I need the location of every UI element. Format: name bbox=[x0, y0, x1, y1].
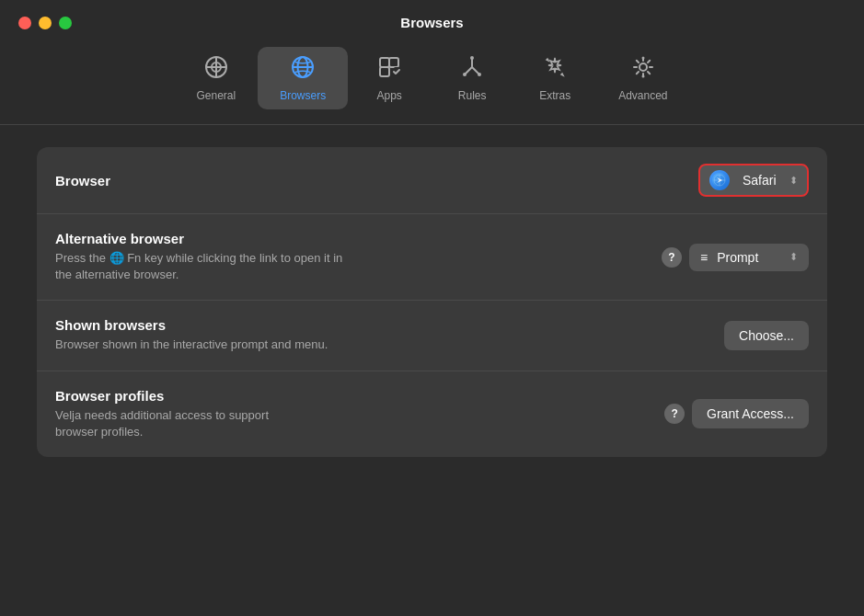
shown-browsers-title: Shown browsers bbox=[55, 317, 724, 333]
tab-general[interactable]: General bbox=[174, 47, 258, 109]
profiles-help-icon: ? bbox=[671, 407, 677, 420]
svg-point-20 bbox=[641, 57, 644, 60]
tab-rules-label: Rules bbox=[458, 89, 487, 102]
browser-setting-title: Browser bbox=[55, 173, 698, 188]
tab-browsers[interactable]: Browsers bbox=[258, 47, 348, 109]
browser-stepper-icon: ⬍ bbox=[789, 175, 798, 187]
list-icon: ≡ bbox=[700, 250, 708, 265]
browser-profiles-help-button[interactable]: ? bbox=[664, 404, 685, 424]
help-icon: ? bbox=[668, 251, 674, 264]
maximize-button[interactable] bbox=[59, 17, 72, 29]
shown-browsers-desc: Browser shown in the interactive prompt … bbox=[55, 337, 515, 353]
window-title: Browsers bbox=[400, 15, 463, 30]
browser-profiles-desc: Velja needs additional access to support… bbox=[55, 407, 515, 440]
browser-control: Safari ⬍ bbox=[698, 164, 809, 197]
svg-rect-12 bbox=[380, 67, 389, 76]
alt-browser-dropdown[interactable]: ≡ Prompt ⬍ bbox=[689, 244, 809, 271]
tab-advanced-label: Advanced bbox=[618, 89, 667, 102]
advanced-icon bbox=[630, 54, 656, 84]
tab-browsers-label: Browsers bbox=[280, 89, 326, 102]
content-area: Browser bbox=[0, 125, 864, 479]
svg-point-19 bbox=[639, 63, 647, 71]
alt-browser-control: ? ≡ Prompt ⬍ bbox=[662, 244, 809, 271]
alt-browser-stepper-icon: ⬍ bbox=[789, 251, 798, 263]
close-button[interactable] bbox=[18, 17, 31, 29]
browser-setting-label-group: Browser bbox=[55, 173, 698, 188]
svg-point-16 bbox=[470, 56, 474, 60]
svg-point-18 bbox=[478, 73, 481, 76]
apps-icon bbox=[376, 54, 402, 84]
svg-point-17 bbox=[463, 73, 467, 76]
tab-general-label: General bbox=[196, 89, 236, 102]
settings-panel: Browser bbox=[37, 147, 827, 457]
tab-apps[interactable]: Apps bbox=[348, 47, 431, 109]
svg-rect-8 bbox=[380, 58, 389, 67]
shown-browsers-label-group: Shown browsers Browser shown in the inte… bbox=[55, 317, 724, 353]
browser-profiles-control: ? Grant Access... bbox=[664, 399, 809, 428]
minimize-button[interactable] bbox=[39, 17, 52, 29]
browser-dropdown[interactable]: Safari ⬍ bbox=[698, 164, 809, 197]
tab-extras-label: Extras bbox=[539, 89, 570, 102]
browser-profiles-label-group: Browser profiles Velja needs additional … bbox=[55, 388, 664, 440]
browser-dropdown-value: Safari bbox=[743, 173, 782, 188]
tab-apps-label: Apps bbox=[376, 89, 401, 102]
shown-browsers-row: Shown browsers Browser shown in the inte… bbox=[37, 301, 827, 371]
tab-extras[interactable]: Extras bbox=[513, 47, 596, 109]
shown-browsers-control: Choose... bbox=[724, 321, 809, 350]
browser-profiles-title: Browser profiles bbox=[55, 388, 664, 404]
extras-icon bbox=[542, 54, 568, 84]
svg-point-21 bbox=[641, 75, 644, 78]
alt-browser-setting-row: Alternative browser Press the 🌐 Fn key w… bbox=[37, 214, 827, 301]
rules-icon bbox=[459, 54, 485, 84]
browsers-icon bbox=[290, 54, 316, 84]
safari-icon bbox=[709, 170, 730, 190]
tab-rules[interactable]: Rules bbox=[431, 47, 513, 109]
alt-browser-title: Alternative browser bbox=[55, 231, 662, 246]
alt-browser-help-button[interactable]: ? bbox=[662, 247, 682, 268]
browser-profiles-row: Browser profiles Velja needs additional … bbox=[37, 371, 827, 457]
browser-setting-row: Browser bbox=[37, 147, 827, 214]
window-controls bbox=[18, 17, 72, 29]
tab-advanced[interactable]: Advanced bbox=[596, 47, 689, 109]
choose-button[interactable]: Choose... bbox=[724, 321, 809, 350]
grant-access-button[interactable]: Grant Access... bbox=[692, 399, 809, 428]
alt-browser-desc: Press the 🌐 Fn key while clicking the li… bbox=[55, 250, 515, 283]
alt-browser-dropdown-value: Prompt bbox=[717, 250, 782, 265]
general-icon bbox=[203, 54, 229, 84]
toolbar: General Browsers Apps bbox=[0, 40, 864, 125]
alt-browser-label-group: Alternative browser Press the 🌐 Fn key w… bbox=[55, 231, 662, 283]
svg-rect-9 bbox=[389, 58, 398, 67]
title-bar: Browsers bbox=[0, 0, 864, 40]
